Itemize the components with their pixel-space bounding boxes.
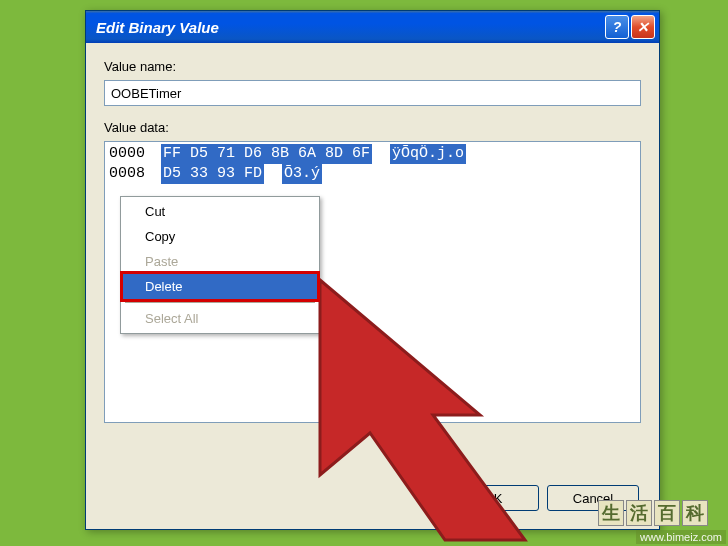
watermark-chars: 生 活 百 科 [598, 500, 708, 526]
hex-ascii[interactable]: ÿÕqÖ.j.o [390, 144, 466, 164]
close-icon: ✕ [637, 19, 649, 35]
hex-bytes[interactable]: FF D5 71 D6 8B 6A 8D 6F [161, 144, 372, 164]
dialog-title: Edit Binary Value [96, 19, 603, 36]
menu-copy[interactable]: Copy [123, 224, 317, 249]
menu-delete[interactable]: Delete [120, 271, 320, 302]
help-icon: ? [613, 19, 622, 35]
hex-ascii[interactable]: Õ3.ý [282, 164, 322, 184]
hex-bytes[interactable]: D5 33 93 FD [161, 164, 264, 184]
hex-offset: 0008 [109, 164, 161, 184]
hex-row: 0000 FF D5 71 D6 8B 6A 8D 6F ÿÕqÖ.j.o [109, 144, 636, 164]
cn-char: 百 [654, 500, 680, 526]
close-button[interactable]: ✕ [631, 15, 655, 39]
hex-row: 0008 D5 33 93 FD Õ3.ý [109, 164, 636, 184]
menu-separator [125, 302, 315, 303]
cn-char: 科 [682, 500, 708, 526]
cn-char: 生 [598, 500, 624, 526]
watermark-url: www.bimeiz.com [636, 530, 726, 544]
context-menu: Cut Copy Paste Delete Select All [120, 196, 320, 334]
hex-offset: 0000 [109, 144, 161, 164]
value-data-label: Value data: [104, 120, 641, 135]
menu-select-all: Select All [123, 306, 317, 331]
value-name-input[interactable] [104, 80, 641, 106]
help-button[interactable]: ? [605, 15, 629, 39]
ok-button[interactable]: OK [447, 485, 539, 511]
menu-cut[interactable]: Cut [123, 199, 317, 224]
value-name-label: Value name: [104, 59, 641, 74]
cn-char: 活 [626, 500, 652, 526]
titlebar[interactable]: Edit Binary Value ? ✕ [86, 11, 659, 43]
